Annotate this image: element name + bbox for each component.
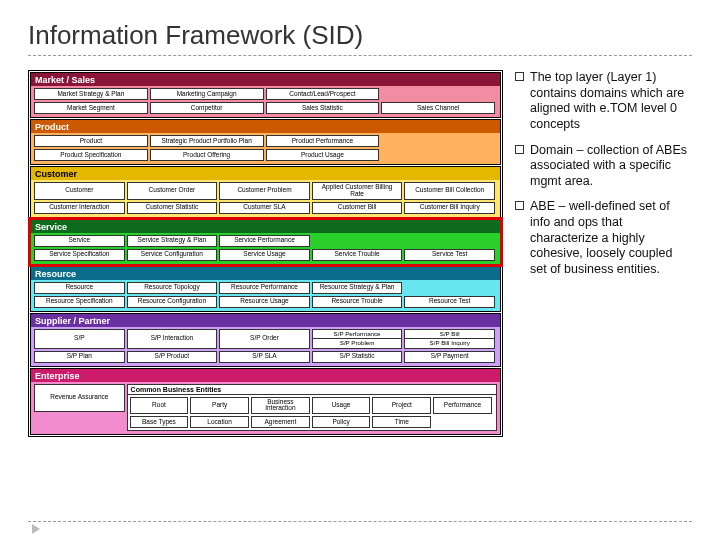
domain-customer: Customer CustomerCustomer OrderCustomer … bbox=[30, 166, 501, 218]
domain-header: Service bbox=[31, 220, 500, 233]
domain-service: Service ServiceService Strategy & PlanSe… bbox=[30, 219, 501, 265]
play-arrow-icon bbox=[32, 524, 40, 534]
abe-block: Service Performance bbox=[219, 235, 310, 247]
note-item: The top layer (Layer 1) contains domains… bbox=[515, 70, 692, 133]
abe-block: Product Performance bbox=[266, 135, 380, 147]
abe-block: Business Interaction bbox=[251, 397, 310, 415]
abe-block: Service bbox=[34, 235, 125, 247]
domain-header: Enterprise bbox=[31, 369, 500, 382]
domain-product: Product ProductStrategic Product Portfol… bbox=[30, 119, 501, 165]
abe-block: Customer Problem bbox=[219, 182, 310, 200]
abe-block: Resource Specification bbox=[34, 296, 125, 308]
abe-block: Service Strategy & Plan bbox=[127, 235, 218, 247]
abe-block: Performance bbox=[433, 397, 492, 415]
domain-market: Market / Sales Market Strategy & PlanMar… bbox=[30, 72, 501, 118]
domain-header: Customer bbox=[31, 167, 500, 180]
abe-block: Product Specification bbox=[34, 149, 148, 161]
domain-header: Market / Sales bbox=[31, 73, 500, 86]
abe-block: Sales Channel bbox=[381, 102, 495, 114]
abe-block: Resource Configuration bbox=[127, 296, 218, 308]
abe-block: S/P Statistic bbox=[312, 351, 403, 363]
abe-block: Base Types bbox=[130, 416, 189, 428]
domain-supplier: Supplier / Partner S/PS/P InteractionS/P… bbox=[30, 313, 501, 367]
domain-resource: Resource ResourceResource TopologyResour… bbox=[30, 266, 501, 312]
abe-block: Party bbox=[190, 397, 249, 415]
sid-diagram: Market / Sales Market Strategy & PlanMar… bbox=[28, 70, 503, 437]
domain-header: Product bbox=[31, 120, 500, 133]
page-title: Information Framework (SID) bbox=[28, 20, 692, 51]
abe-block: Resource Strategy & Plan bbox=[312, 282, 403, 294]
abe-block: Customer Statistic bbox=[127, 202, 218, 214]
abe-block: Resource Trouble bbox=[312, 296, 403, 308]
abe-block: Resource Test bbox=[404, 296, 495, 308]
abe-block: Customer bbox=[34, 182, 125, 200]
abe-block: Service Trouble bbox=[312, 249, 403, 261]
abe-block: Agreement bbox=[251, 416, 310, 428]
abe-block: Market Segment bbox=[34, 102, 148, 114]
abe-block: Product Offering bbox=[150, 149, 264, 161]
abe-grid: Market Strategy & PlanMarketing Campaign… bbox=[31, 86, 500, 117]
abe-block: Customer Bill Inquiry bbox=[404, 202, 495, 214]
domain-header: Resource bbox=[31, 267, 500, 280]
abe-block: Product Usage bbox=[266, 149, 380, 161]
note-item: Domain – collection of ABEs associated w… bbox=[515, 143, 692, 190]
bullet-box-icon bbox=[515, 145, 524, 154]
abe-block: S/P BillS/P Bill Inquiry bbox=[404, 329, 495, 349]
cbe-container: Common Business Entities RootPartyBusine… bbox=[127, 384, 497, 432]
abe-block: Revenue Assurance bbox=[34, 384, 125, 412]
abe-block: Sales Statistic bbox=[266, 102, 380, 114]
abe-block: Resource bbox=[34, 282, 125, 294]
abe-block: Service Configuration bbox=[127, 249, 218, 261]
domain-enterprise: Enterprise Revenue Assurance Common Busi… bbox=[30, 368, 501, 436]
abe-block: Root bbox=[130, 397, 189, 415]
abe-block: Resource Usage bbox=[219, 296, 310, 308]
abe-block: Usage bbox=[312, 397, 371, 415]
abe-block: Customer SLA bbox=[219, 202, 310, 214]
note-item: ABE – well-defined set of info and ops t… bbox=[515, 199, 692, 277]
abe-block: Market Strategy & Plan bbox=[34, 88, 148, 100]
abe-block: Product bbox=[34, 135, 148, 147]
notes-panel: The top layer (Layer 1) contains domains… bbox=[515, 70, 692, 437]
abe-block: Resource Performance bbox=[219, 282, 310, 294]
title-divider bbox=[28, 55, 692, 56]
abe-block: S/P bbox=[34, 329, 125, 349]
abe-block: Customer Bill bbox=[312, 202, 403, 214]
abe-block: Service Test bbox=[404, 249, 495, 261]
note-text: The top layer (Layer 1) contains domains… bbox=[530, 70, 692, 133]
abe-block: S/P Plan bbox=[34, 351, 125, 363]
abe-block: Project bbox=[372, 397, 431, 415]
abe-block: Customer Order bbox=[127, 182, 218, 200]
abe-block: Customer Interaction bbox=[34, 202, 125, 214]
abe-block: Contact/Lead/Prospect bbox=[266, 88, 380, 100]
domain-header: Supplier / Partner bbox=[31, 314, 500, 327]
note-text: ABE – well-defined set of info and ops t… bbox=[530, 199, 692, 277]
abe-block: Service Specification bbox=[34, 249, 125, 261]
cbe-title: Common Business Entities bbox=[128, 385, 496, 395]
abe-block: Service Usage bbox=[219, 249, 310, 261]
abe-block: S/P Payment bbox=[404, 351, 495, 363]
abe-block: Policy bbox=[312, 416, 371, 428]
abe-block: S/P Order bbox=[219, 329, 310, 349]
abe-block: S/P Product bbox=[127, 351, 218, 363]
abe-block: Applied Customer Billing Rate bbox=[312, 182, 403, 200]
abe-block: S/P Interaction bbox=[127, 329, 218, 349]
abe-block: Resource Topology bbox=[127, 282, 218, 294]
abe-block: S/P SLA bbox=[219, 351, 310, 363]
bullet-box-icon bbox=[515, 201, 524, 210]
abe-block: Strategic Product Portfolio Plan bbox=[150, 135, 264, 147]
abe-block: Marketing Campaign bbox=[150, 88, 264, 100]
abe-block: Customer Bill Collection bbox=[404, 182, 495, 200]
abe-block: Time bbox=[372, 416, 431, 428]
note-text: Domain – collection of ABEs associated w… bbox=[530, 143, 692, 190]
abe-block: Competitor bbox=[150, 102, 264, 114]
footer-divider bbox=[28, 521, 692, 522]
abe-block: S/P PerformanceS/P Problem bbox=[312, 329, 403, 349]
abe-block: Location bbox=[190, 416, 249, 428]
bullet-box-icon bbox=[515, 72, 524, 81]
cbe-grid: RootPartyBusiness InteractionUsageProjec… bbox=[128, 395, 496, 431]
